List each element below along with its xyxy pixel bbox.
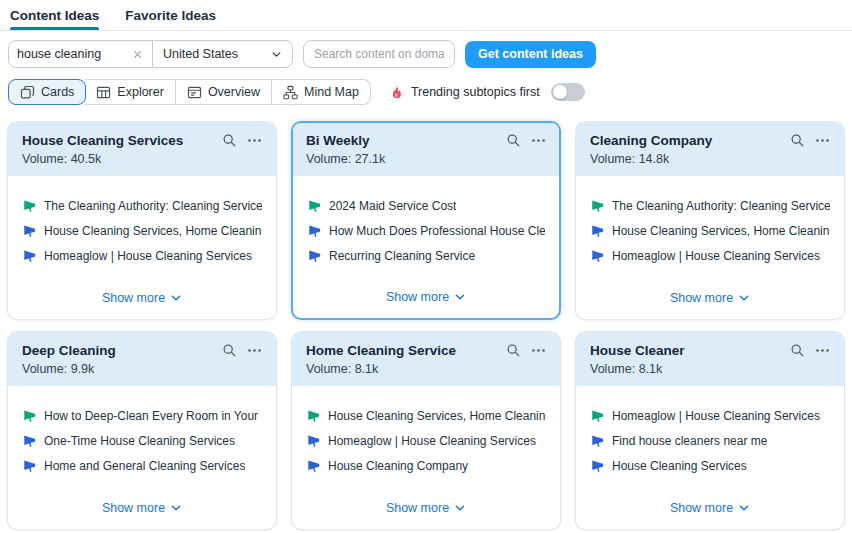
more-options-icon[interactable] <box>815 343 830 358</box>
card-header: Bi Weekly Volume: 27.1k <box>293 123 559 176</box>
more-options-icon[interactable] <box>247 133 262 148</box>
toggle-knob <box>553 85 567 99</box>
idea-item[interactable]: House Cleaning Services, Home Cleaning S… <box>306 409 546 423</box>
view-cards-button[interactable]: Cards <box>8 79 86 105</box>
idea-item[interactable]: House Cleaning Services <box>590 459 830 473</box>
tab-bar: Content Ideas Favorite Ideas <box>0 0 852 31</box>
megaphone-icon <box>307 224 321 238</box>
idea-text: How to Deep-Clean Every Room in Your Hou… <box>44 409 262 423</box>
card-title: House Cleaning Services <box>22 133 183 148</box>
domain-search-input[interactable] <box>303 40 455 68</box>
chevron-down-icon <box>738 292 750 304</box>
chevron-down-icon <box>170 502 182 514</box>
show-more-link[interactable]: Show more <box>670 501 750 517</box>
megaphone-icon <box>22 224 36 238</box>
idea-text: The Cleaning Authority: Cleaning Service… <box>44 199 262 213</box>
megaphone-icon <box>22 199 36 213</box>
idea-item[interactable]: Homeaglow | House Cleaning Services <box>306 434 546 448</box>
idea-item[interactable]: House Cleaning Company <box>306 459 546 473</box>
card-body: The Cleaning Authority: Cleaning Service… <box>576 176 844 319</box>
show-more-link[interactable]: Show more <box>386 290 466 306</box>
get-content-ideas-button[interactable]: Get content ideas <box>465 41 596 68</box>
view-overview-button[interactable]: Overview <box>176 79 272 105</box>
idea-text: Homeaglow | House Cleaning Services <box>612 249 820 263</box>
idea-item[interactable]: Recurring Cleaning Service <box>307 249 545 263</box>
idea-item[interactable]: Find house cleaners near me <box>590 434 830 448</box>
view-explorer-button[interactable]: Explorer <box>85 79 176 105</box>
trending-toggle[interactable] <box>551 83 585 101</box>
show-more-label: Show more <box>386 501 449 515</box>
idea-text: House Cleaning Services, Home Cleaning S… <box>44 224 262 238</box>
trending-control: Trending subtopics first <box>389 83 585 101</box>
search-topic-icon[interactable] <box>790 343 805 358</box>
idea-text: How Much Does Professional House Cleanin… <box>329 224 545 238</box>
show-more-label: Show more <box>102 291 165 305</box>
keyword-input-group: United States <box>8 40 293 68</box>
country-select[interactable]: United States <box>152 41 292 67</box>
card-header: Cleaning Company Volume: 14.8k <box>576 122 844 176</box>
idea-item[interactable]: Homeaglow | House Cleaning Services <box>22 249 262 263</box>
show-more-label: Show more <box>386 290 449 304</box>
idea-text: Homeaglow | House Cleaning Services <box>328 434 536 448</box>
topic-card-deep-cleaning[interactable]: Deep Cleaning Volume: 9.9k How to Deep-C… <box>7 331 277 530</box>
card-header: Deep Cleaning Volume: 9.9k <box>8 332 276 386</box>
idea-item[interactable]: Homeaglow | House Cleaning Services <box>590 409 830 423</box>
topic-card-house-cleaner[interactable]: House Cleaner Volume: 8.1k Homeaglow | H… <box>575 331 845 530</box>
idea-item[interactable]: Homeaglow | House Cleaning Services <box>590 249 830 263</box>
card-body: 2024 Maid Service Cost How Much Does Pro… <box>293 176 559 318</box>
tab-favorite-ideas[interactable]: Favorite Ideas <box>125 8 216 30</box>
explorer-table-icon <box>96 85 111 100</box>
megaphone-icon <box>22 434 36 448</box>
cards-icon <box>20 85 35 100</box>
topic-cards-grid: House Cleaning Services Volume: 40.5k Th… <box>0 121 852 530</box>
search-topic-icon[interactable] <box>790 133 805 148</box>
more-options-icon[interactable] <box>247 343 262 358</box>
idea-item[interactable]: One-Time House Cleaning Services <box>22 434 262 448</box>
idea-text: House Cleaning Services, Home Cleaning S… <box>328 409 546 423</box>
show-more-link[interactable]: Show more <box>102 291 182 307</box>
search-topic-icon[interactable] <box>506 343 521 358</box>
search-topic-icon[interactable] <box>222 343 237 358</box>
more-options-icon[interactable] <box>531 133 546 148</box>
idea-item[interactable]: 2024 Maid Service Cost <box>307 199 545 213</box>
clear-keyword-icon[interactable] <box>131 48 144 61</box>
view-overview-label: Overview <box>208 85 260 99</box>
idea-text: House Cleaning Services, Home Cleaning S… <box>612 224 830 238</box>
idea-item[interactable]: How to Deep-Clean Every Room in Your Hou… <box>22 409 262 423</box>
show-more-link[interactable]: Show more <box>102 501 182 517</box>
view-mindmap-label: Mind Map <box>304 85 359 99</box>
view-toolbar: Cards Explorer Overview Mind Map Trendin… <box>0 74 852 105</box>
idea-text: Homeaglow | House Cleaning Services <box>612 409 820 423</box>
megaphone-icon <box>307 249 321 263</box>
card-title: House Cleaner <box>590 343 685 358</box>
card-title: Bi Weekly <box>306 133 370 148</box>
show-more-label: Show more <box>670 501 733 515</box>
show-more-link[interactable]: Show more <box>386 501 466 517</box>
topic-card-home-cleaning-service[interactable]: Home Cleaning Service Volume: 8.1k House… <box>291 331 561 530</box>
idea-item[interactable]: The Cleaning Authority: Cleaning Service… <box>590 199 830 213</box>
idea-item[interactable]: How Much Does Professional House Cleanin… <box>307 224 545 238</box>
megaphone-icon <box>22 409 36 423</box>
card-body: Homeaglow | House Cleaning Services Find… <box>576 386 844 529</box>
content-ideas-page: Content Ideas Favorite Ideas United Stat… <box>0 0 852 533</box>
idea-item[interactable]: Home and General Cleaning Services <box>22 459 262 473</box>
topic-card-cleaning-company[interactable]: Cleaning Company Volume: 14.8k The Clean… <box>575 121 845 320</box>
idea-item[interactable]: House Cleaning Services, Home Cleaning S… <box>22 224 262 238</box>
search-row: United States Get content ideas <box>0 31 852 74</box>
search-topic-icon[interactable] <box>506 133 521 148</box>
idea-item[interactable]: House Cleaning Services, Home Cleaning S… <box>590 224 830 238</box>
idea-item[interactable]: The Cleaning Authority: Cleaning Service… <box>22 199 262 213</box>
show-more-label: Show more <box>670 291 733 305</box>
card-title: Home Cleaning Service <box>306 343 456 358</box>
topic-card-house-cleaning-services[interactable]: House Cleaning Services Volume: 40.5k Th… <box>7 121 277 320</box>
show-more-link[interactable]: Show more <box>670 291 750 307</box>
topic-card-bi-weekly[interactable]: Bi Weekly Volume: 27.1k 2024 Maid Servic… <box>291 121 561 320</box>
more-options-icon[interactable] <box>531 343 546 358</box>
keyword-input[interactable] <box>17 47 131 61</box>
megaphone-icon <box>307 199 321 213</box>
card-header: House Cleaner Volume: 8.1k <box>576 332 844 386</box>
more-options-icon[interactable] <box>815 133 830 148</box>
tab-content-ideas[interactable]: Content Ideas <box>10 8 99 30</box>
view-mindmap-button[interactable]: Mind Map <box>272 79 371 105</box>
search-topic-icon[interactable] <box>222 133 237 148</box>
